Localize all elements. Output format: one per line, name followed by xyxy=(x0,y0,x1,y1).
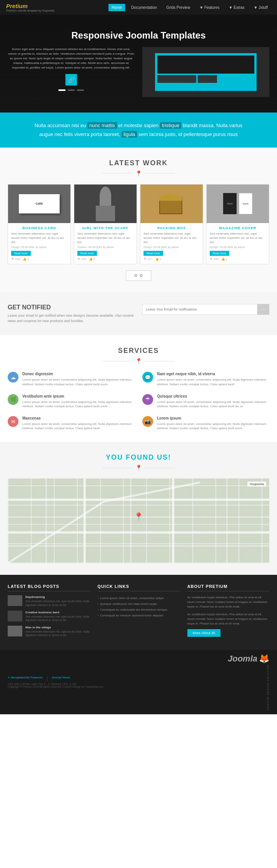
blog-info-1: Creative business bard Sed venenatis bib… xyxy=(25,611,90,622)
girl-body xyxy=(96,206,115,221)
footer-blog-col: LATEST BLOG POSTS Daydreaming Sed venena… xyxy=(8,584,90,641)
umbrella-icon: ☂ xyxy=(142,394,153,405)
work-stats-biz: 👁 154 👍 1 xyxy=(11,257,67,261)
footer-link-0[interactable]: Y-JtemplateGrid Features xyxy=(8,676,43,681)
work-views-girl: 👁 241 xyxy=(77,257,87,261)
work-author-girl: by admin xyxy=(103,246,114,248)
work-views-mag: 👁 249 xyxy=(210,257,219,261)
biz-card-visual: CaRD xyxy=(8,185,70,223)
notified-submit-btn[interactable]: → xyxy=(257,304,269,315)
footer-css-info: CSS 3/60 | XHTML valid | Top 3 - 1 | Rel… xyxy=(8,683,103,688)
work-img-mag: front back xyxy=(207,185,269,223)
mockup-tablet xyxy=(157,75,196,83)
work-views-box: 👁 217 xyxy=(144,257,153,261)
biz-card-label: CaRD xyxy=(35,202,43,205)
service-text-5: Lorem ipsum Lorem ipsum dolor sit amet, … xyxy=(157,416,269,430)
nav-grids[interactable]: Grids Preview xyxy=(163,4,193,11)
notified-left: GET NOTIFIED Leave your email to get not… xyxy=(8,304,135,324)
latest-work-title: LATEST WORK xyxy=(8,159,269,167)
work-desc-girl: Sed venenatis bibendum nisl, eget iaculi… xyxy=(77,232,133,245)
nav-jxtuff[interactable]: ▼ Jxtuff xyxy=(251,4,271,11)
nav-home[interactable]: Home xyxy=(108,4,125,11)
work-category-biz: Design xyxy=(11,246,20,248)
load-more-btn[interactable]: ⚙ ⚙ xyxy=(126,270,151,281)
hero-section: Responsive Joomla Templates Donec eget a… xyxy=(0,15,277,112)
footer-about-col: ABOUT PRETIUM Ac vestibulum turpis inter… xyxy=(187,584,269,641)
hero-dot-3[interactable] xyxy=(77,89,84,91)
cloud-icon: ☁ xyxy=(8,372,18,383)
tagline-highlight3: ligula xyxy=(122,131,137,138)
service-text-2: Vestibulum ante ipsum Lorem ipsum dolor … xyxy=(22,394,135,408)
footer-about-title: ABOUT PRETIUM xyxy=(187,584,269,591)
divider-pin-icon: 📍 xyxy=(135,170,142,176)
tagline-part3: blandit massa. Nulla varius xyxy=(183,123,242,128)
work-card-biz: CaRD BUSINESS CARD Sed venenatis bibendu… xyxy=(8,184,71,265)
work-info-box: PACKING BOX Sed venenatis bibendum nisl,… xyxy=(140,223,203,264)
service-desc-1: Lorem ipsum dolor sit amet, consectetur … xyxy=(157,378,269,386)
service-title-1: Nam eget neque nibh, id viverra xyxy=(157,372,269,376)
quick-link-3[interactable]: Consequat eu mentum auismod tortor aliqu… xyxy=(97,613,179,618)
work-name-mag: MAGAZINE COVER xyxy=(210,226,266,230)
nav-docs[interactable]: Documentation xyxy=(128,4,160,11)
box-visual xyxy=(140,185,203,223)
work-readmore-biz[interactable]: Read more xyxy=(11,251,31,256)
mag-book-dark: front xyxy=(223,193,237,214)
footer-about-text2: Ac vestibulum turpis interdum. Pha sellu… xyxy=(187,612,269,626)
bubble-icon: 💬 xyxy=(142,372,153,383)
mockup-devices xyxy=(157,75,254,83)
service-text-1: Nam eget neque nibh, id viverra Lorem ip… xyxy=(157,372,269,386)
footer-link-1[interactable]: Joomal News xyxy=(52,676,70,681)
tagline-section: Nulla accumsan nisi eu nunc mattis et mo… xyxy=(0,112,277,148)
mockup-phone xyxy=(198,75,217,83)
services-divider: 📍 xyxy=(8,358,269,364)
quick-link-1[interactable]: Quisque vestibulum nisl vitae lorem turp… xyxy=(97,601,179,607)
service-title-0: Donec dignissim xyxy=(22,372,135,376)
blog-post-title-2: Man in the village xyxy=(25,626,90,629)
mag-book2-label: back xyxy=(243,202,249,205)
found-pin-icon: 📍 xyxy=(135,465,142,471)
service-title-3: Quisque ultrices xyxy=(157,394,269,398)
footer-bottom: Y-JtemplateGrid Features | Joomal News C… xyxy=(0,650,277,714)
work-img-biz: CaRD xyxy=(8,185,70,223)
hero-dot-1[interactable] xyxy=(58,89,65,91)
map-inner: 📍 Youjoomla xyxy=(8,478,269,563)
work-readmore-girl[interactable]: Read more xyxy=(77,251,97,256)
hero-dot-2[interactable] xyxy=(68,89,75,91)
notified-email-input[interactable] xyxy=(142,304,257,315)
nav-links: Home Documentation Grids Preview ▼ Featu… xyxy=(108,4,271,11)
footer-about-text1: Ac vestibulum turpis interdum. Pha sellu… xyxy=(187,595,269,609)
brand-tagline: Premium Joomla template by Youjoomla xyxy=(6,9,54,12)
quick-link-0[interactable]: Lorem ipsum dolor sit amet, consectetur … xyxy=(97,595,179,601)
tagline-part4: augue nec felis viverra porta laoreet, xyxy=(39,131,122,137)
work-author-biz: by admin xyxy=(35,246,46,248)
quick-link-2[interactable]: Consequat eu malesuada leo elementum sem… xyxy=(97,607,179,613)
latest-work-section: LATEST WORK 📍 CaRD BUSINESS CARD Sed ven… xyxy=(0,148,277,293)
work-readmore-mag[interactable]: Read more xyxy=(210,251,229,256)
work-stats-box: 👁 217 👍 1 xyxy=(144,257,200,261)
nav-features[interactable]: ▼ Features xyxy=(196,4,222,11)
work-date-biz: 05-08-9081 xyxy=(21,246,35,248)
blog-post-title-0: Daydreaming xyxy=(25,595,90,599)
biz-card-inner: CaRD xyxy=(19,194,59,213)
work-card-mag: front back MAGAZINE COVER Sed venenatis … xyxy=(206,184,269,265)
hero-title: Responsive Joomla Templates xyxy=(8,30,269,41)
blog-post-2: Man in the village Sed venenatis bibendu… xyxy=(8,626,90,637)
work-grid: CaRD BUSINESS CARD Sed venenatis bibendu… xyxy=(8,184,269,265)
hero-link-btn[interactable]: 🔗 xyxy=(65,74,77,86)
services-section: SERVICES 📍 ☁ Donec dignissim Lorem ipsum… xyxy=(0,335,277,442)
more-about-btn[interactable]: More About 35 xyxy=(187,629,221,637)
blog-info-0: Daydreaming Sed venenatis bibendum nisl,… xyxy=(25,595,90,606)
work-category-box: Design xyxy=(144,246,152,248)
nav-extras[interactable]: ▼ Extras xyxy=(226,4,248,11)
blog-post-0: Daydreaming Sed venenatis bibendum nisl,… xyxy=(8,595,90,606)
box-shape-wrapper xyxy=(159,193,184,214)
work-img-girl xyxy=(74,185,137,223)
work-date-girl: 05-08-9081 xyxy=(88,246,102,248)
service-item-1: 💬 Nam eget neque nibh, id viverra Lorem … xyxy=(142,372,269,386)
brand: Pretium Premium Joomla template by Youjo… xyxy=(6,3,54,12)
girl-visual xyxy=(74,185,137,223)
work-readmore-box[interactable]: Read more xyxy=(144,251,163,256)
service-item-2: 🌿 Vestibulum ante ipsum Lorem ipsum dolo… xyxy=(8,394,135,408)
work-likes-mag: 👍 1 xyxy=(221,257,228,261)
tagline-part1: Nulla accumsan nisi eu xyxy=(35,123,87,128)
